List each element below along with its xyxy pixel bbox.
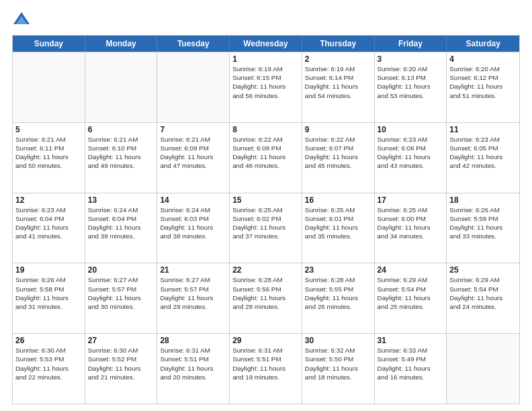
header-day-tuesday: Tuesday (157, 36, 230, 52)
calendar-header: SundayMondayTuesdayWednesdayThursdayFrid… (13, 36, 519, 52)
day-number: 21 (160, 265, 226, 275)
day-info: Sunrise: 6:30 AM Sunset: 5:53 PM Dayligh… (15, 346, 82, 381)
day-number: 31 (378, 336, 444, 345)
calendar-cell: 25Sunrise: 6:29 AM Sunset: 5:54 PM Dayli… (447, 263, 519, 333)
day-info: Sunrise: 6:22 AM Sunset: 6:08 PM Dayligh… (232, 135, 299, 171)
calendar-cell: 26Sunrise: 6:30 AM Sunset: 5:53 PM Dayli… (13, 334, 85, 404)
day-number: 22 (232, 265, 299, 275)
day-number: 26 (15, 336, 82, 345)
calendar-cell: 12Sunrise: 6:23 AM Sunset: 6:04 PM Dayli… (13, 193, 85, 263)
day-number: 6 (88, 125, 154, 134)
day-info: Sunrise: 6:23 AM Sunset: 6:04 PM Dayligh… (15, 205, 82, 241)
calendar-cell: 16Sunrise: 6:25 AM Sunset: 6:01 PM Dayli… (302, 193, 375, 263)
calendar-cell: 28Sunrise: 6:31 AM Sunset: 5:51 PM Dayli… (157, 334, 230, 404)
calendar-cell: 9Sunrise: 6:22 AM Sunset: 6:07 PM Daylig… (302, 123, 375, 193)
calendar-cell: 6Sunrise: 6:21 AM Sunset: 6:10 PM Daylig… (85, 123, 158, 193)
day-info: Sunrise: 6:19 AM Sunset: 6:14 PM Dayligh… (305, 64, 371, 100)
day-info: Sunrise: 6:31 AM Sunset: 5:51 PM Dayligh… (232, 346, 299, 381)
day-number: 14 (160, 195, 226, 205)
day-info: Sunrise: 6:29 AM Sunset: 5:54 PM Dayligh… (449, 275, 517, 311)
day-number: 11 (449, 125, 517, 134)
calendar-cell: 2Sunrise: 6:19 AM Sunset: 6:14 PM Daylig… (302, 52, 375, 122)
day-number: 3 (378, 54, 444, 64)
header-day-saturday: Saturday (447, 36, 519, 52)
day-info: Sunrise: 6:30 AM Sunset: 5:52 PM Dayligh… (88, 346, 154, 381)
day-info: Sunrise: 6:21 AM Sunset: 6:09 PM Dayligh… (160, 135, 226, 171)
day-info: Sunrise: 6:23 AM Sunset: 6:06 PM Dayligh… (378, 135, 444, 171)
header-day-thursday: Thursday (302, 36, 375, 52)
day-number: 18 (449, 195, 517, 205)
calendar-cell: 14Sunrise: 6:24 AM Sunset: 6:03 PM Dayli… (157, 193, 230, 263)
calendar-cell: 21Sunrise: 6:27 AM Sunset: 5:57 PM Dayli… (157, 263, 230, 333)
calendar-week-1: 1Sunrise: 6:19 AM Sunset: 6:15 PM Daylig… (13, 52, 519, 122)
day-info: Sunrise: 6:27 AM Sunset: 5:57 PM Dayligh… (160, 275, 226, 311)
day-number: 2 (305, 54, 371, 64)
day-info: Sunrise: 6:26 AM Sunset: 5:59 PM Dayligh… (449, 205, 517, 241)
calendar-cell: 5Sunrise: 6:21 AM Sunset: 6:11 PM Daylig… (13, 123, 85, 193)
calendar-cell: 7Sunrise: 6:21 AM Sunset: 6:09 PM Daylig… (157, 123, 230, 193)
day-info: Sunrise: 6:20 AM Sunset: 6:13 PM Dayligh… (378, 64, 444, 100)
day-info: Sunrise: 6:25 AM Sunset: 6:00 PM Dayligh… (378, 205, 444, 241)
day-info: Sunrise: 6:25 AM Sunset: 6:01 PM Dayligh… (305, 205, 371, 241)
calendar-body: 1Sunrise: 6:19 AM Sunset: 6:15 PM Daylig… (13, 52, 519, 404)
day-number: 5 (15, 125, 82, 134)
day-number: 10 (378, 125, 444, 134)
calendar-cell: 13Sunrise: 6:24 AM Sunset: 6:04 PM Dayli… (85, 193, 158, 263)
calendar: SundayMondayTuesdayWednesdayThursdayFrid… (12, 35, 520, 404)
calendar-cell: 22Sunrise: 6:28 AM Sunset: 5:56 PM Dayli… (230, 263, 302, 333)
day-info: Sunrise: 6:29 AM Sunset: 5:54 PM Dayligh… (378, 275, 444, 311)
day-number: 27 (88, 336, 154, 345)
calendar-cell: 8Sunrise: 6:22 AM Sunset: 6:08 PM Daylig… (230, 123, 302, 193)
day-number: 28 (160, 336, 226, 345)
calendar-cell: 20Sunrise: 6:27 AM Sunset: 5:57 PM Dayli… (85, 263, 158, 333)
day-info: Sunrise: 6:23 AM Sunset: 6:05 PM Dayligh… (449, 135, 517, 171)
calendar-cell (157, 52, 230, 122)
day-info: Sunrise: 6:22 AM Sunset: 6:07 PM Dayligh… (305, 135, 371, 171)
day-number: 4 (449, 54, 517, 64)
day-number: 25 (449, 265, 517, 275)
calendar-cell: 10Sunrise: 6:23 AM Sunset: 6:06 PM Dayli… (375, 123, 447, 193)
day-number: 1 (232, 54, 299, 64)
calendar-cell: 24Sunrise: 6:29 AM Sunset: 5:54 PM Dayli… (375, 263, 447, 333)
day-info: Sunrise: 6:24 AM Sunset: 6:04 PM Dayligh… (88, 205, 154, 241)
day-info: Sunrise: 6:33 AM Sunset: 5:49 PM Dayligh… (378, 346, 444, 381)
page: SundayMondayTuesdayWednesdayThursdayFrid… (0, 0, 532, 411)
day-info: Sunrise: 6:31 AM Sunset: 5:51 PM Dayligh… (160, 346, 226, 381)
calendar-cell: 15Sunrise: 6:25 AM Sunset: 6:02 PM Dayli… (230, 193, 302, 263)
calendar-cell: 11Sunrise: 6:23 AM Sunset: 6:05 PM Dayli… (447, 123, 519, 193)
calendar-week-4: 19Sunrise: 6:26 AM Sunset: 5:58 PM Dayli… (13, 263, 519, 333)
calendar-cell (13, 52, 85, 122)
day-number: 30 (305, 336, 371, 345)
calendar-cell: 19Sunrise: 6:26 AM Sunset: 5:58 PM Dayli… (13, 263, 85, 333)
day-number: 7 (160, 125, 226, 134)
calendar-cell (447, 334, 519, 404)
logo-icon (12, 11, 31, 30)
day-info: Sunrise: 6:25 AM Sunset: 6:02 PM Dayligh… (232, 205, 299, 241)
day-info: Sunrise: 6:20 AM Sunset: 6:12 PM Dayligh… (449, 64, 517, 100)
calendar-cell: 4Sunrise: 6:20 AM Sunset: 6:12 PM Daylig… (447, 52, 519, 122)
calendar-cell: 23Sunrise: 6:28 AM Sunset: 5:55 PM Dayli… (302, 263, 375, 333)
day-number: 9 (305, 125, 371, 134)
day-number: 15 (232, 195, 299, 205)
day-info: Sunrise: 6:32 AM Sunset: 5:50 PM Dayligh… (305, 346, 371, 381)
header (12, 11, 520, 30)
header-day-sunday: Sunday (13, 36, 85, 52)
day-info: Sunrise: 6:24 AM Sunset: 6:03 PM Dayligh… (160, 205, 226, 241)
calendar-cell: 18Sunrise: 6:26 AM Sunset: 5:59 PM Dayli… (447, 193, 519, 263)
calendar-week-5: 26Sunrise: 6:30 AM Sunset: 5:53 PM Dayli… (13, 333, 519, 404)
calendar-cell: 3Sunrise: 6:20 AM Sunset: 6:13 PM Daylig… (375, 52, 447, 122)
day-number: 19 (15, 265, 82, 275)
day-number: 24 (378, 265, 444, 275)
day-info: Sunrise: 6:28 AM Sunset: 5:55 PM Dayligh… (305, 275, 371, 311)
day-info: Sunrise: 6:28 AM Sunset: 5:56 PM Dayligh… (232, 275, 299, 311)
day-info: Sunrise: 6:19 AM Sunset: 6:15 PM Dayligh… (232, 64, 299, 100)
day-number: 23 (305, 265, 371, 275)
calendar-cell (85, 52, 158, 122)
day-number: 12 (15, 195, 82, 205)
calendar-cell: 29Sunrise: 6:31 AM Sunset: 5:51 PM Dayli… (230, 334, 302, 404)
header-day-friday: Friday (375, 36, 447, 52)
calendar-week-2: 5Sunrise: 6:21 AM Sunset: 6:11 PM Daylig… (13, 122, 519, 193)
day-number: 17 (378, 195, 444, 205)
day-info: Sunrise: 6:21 AM Sunset: 6:10 PM Dayligh… (88, 135, 154, 171)
calendar-week-3: 12Sunrise: 6:23 AM Sunset: 6:04 PM Dayli… (13, 193, 519, 263)
